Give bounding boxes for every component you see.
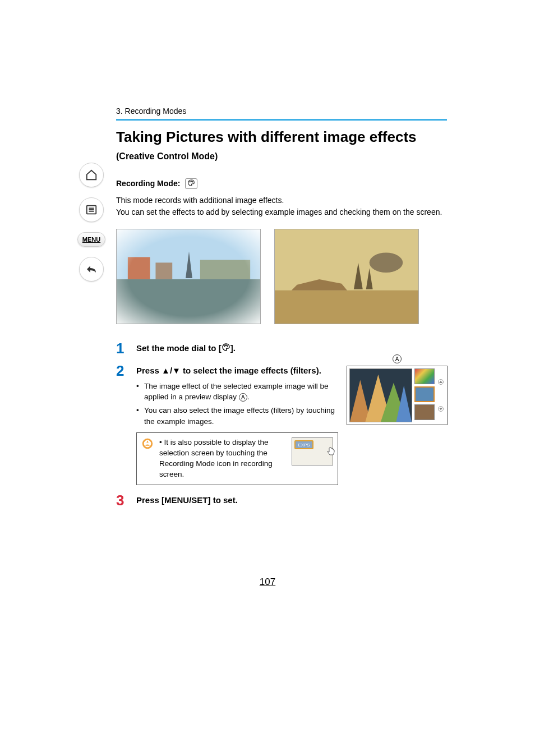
menu-button[interactable]: MENU bbox=[77, 232, 105, 247]
effect-thumbnail[interactable] bbox=[414, 404, 435, 420]
contents-button[interactable] bbox=[79, 197, 104, 222]
home-button[interactable] bbox=[79, 163, 104, 187]
sample-images-row bbox=[116, 229, 447, 324]
page-subtitle: (Creative Control Mode) bbox=[116, 151, 447, 162]
step-number: 2 bbox=[116, 363, 128, 485]
step-1-title-prefix: Set the mode dial to [ bbox=[136, 343, 222, 353]
reference-marker-a: A bbox=[239, 393, 247, 402]
page-content: 3. Recording Modes Taking Pictures with … bbox=[116, 107, 447, 515]
preview-box bbox=[347, 366, 448, 425]
step-1: 1 Set the mode dial to []. bbox=[116, 341, 447, 356]
description: This mode records with additional image … bbox=[116, 195, 447, 218]
step-number: 1 bbox=[116, 341, 128, 356]
svg-point-21 bbox=[225, 345, 226, 345]
preview-panel: A bbox=[347, 354, 448, 425]
svg-marker-33 bbox=[439, 408, 442, 411]
sidebar: MENU bbox=[75, 163, 108, 282]
tip-text-content: It is also possible to display the selec… bbox=[159, 438, 273, 478]
list-item: You can also select the image effects (f… bbox=[136, 405, 338, 427]
step-1-title-suffix: ]. bbox=[230, 343, 236, 353]
tip-icon bbox=[141, 437, 154, 450]
svg-point-22 bbox=[227, 345, 228, 346]
preview-arrows bbox=[437, 368, 445, 422]
back-arrow-icon bbox=[85, 262, 98, 276]
recording-mode-label: Recording Mode: bbox=[116, 179, 180, 188]
scroll-up-icon[interactable] bbox=[437, 379, 444, 385]
mode-badge: EXPS bbox=[294, 440, 313, 449]
preview-thumbnails bbox=[414, 368, 435, 422]
hand-cursor-icon bbox=[327, 447, 335, 459]
scroll-down-icon[interactable] bbox=[437, 405, 444, 412]
effect-thumbnail-selected[interactable] bbox=[414, 386, 435, 402]
recording-mode-row: Recording Mode: bbox=[116, 178, 447, 189]
list-icon bbox=[85, 204, 98, 216]
bullet-text: You can also select the image effects (f… bbox=[144, 406, 335, 426]
preview-main-image bbox=[349, 368, 412, 422]
svg-marker-31 bbox=[439, 381, 442, 384]
step-2-title: Press ▲/▼ to select the image effects (f… bbox=[136, 365, 338, 376]
tip-text: • It is also possible to display the sel… bbox=[159, 437, 286, 480]
step-1-title: Set the mode dial to []. bbox=[136, 342, 447, 355]
palette-icon bbox=[222, 343, 230, 355]
svg-point-5 bbox=[191, 181, 191, 182]
step-3-title: Press [MENU/SET] to set. bbox=[136, 494, 447, 506]
bullet-text: The image effect of the selected example… bbox=[144, 382, 328, 402]
palette-icon bbox=[185, 178, 197, 189]
svg-point-19 bbox=[370, 252, 403, 273]
preview-marker-a: A bbox=[393, 354, 402, 363]
svg-rect-13 bbox=[117, 229, 260, 324]
menu-label: MENU bbox=[82, 236, 100, 243]
example-image-retro bbox=[274, 229, 419, 324]
page-title: Taking Pictures with different image eff… bbox=[116, 128, 447, 146]
svg-point-4 bbox=[190, 182, 190, 182]
back-button[interactable] bbox=[79, 257, 104, 282]
home-icon bbox=[85, 169, 98, 181]
tip-thumbnail: EXPS bbox=[292, 437, 333, 465]
example-image-expressive bbox=[116, 229, 261, 324]
list-item: The image effect of the selected example… bbox=[136, 381, 338, 403]
effect-thumbnail[interactable] bbox=[414, 368, 435, 384]
bullet-text-post: . bbox=[247, 393, 250, 401]
svg-point-6 bbox=[192, 182, 193, 182]
step-3: 3 Press [MENU/SET] to set. bbox=[116, 493, 447, 508]
tip-box: • It is also possible to display the sel… bbox=[136, 432, 338, 485]
step-2-bullets: The image effect of the selected example… bbox=[136, 381, 338, 427]
breadcrumb: 3. Recording Modes bbox=[116, 107, 447, 121]
step-number: 3 bbox=[116, 493, 128, 508]
page-number[interactable]: 107 bbox=[0, 577, 535, 588]
svg-point-20 bbox=[224, 345, 224, 346]
svg-rect-15 bbox=[275, 291, 418, 324]
